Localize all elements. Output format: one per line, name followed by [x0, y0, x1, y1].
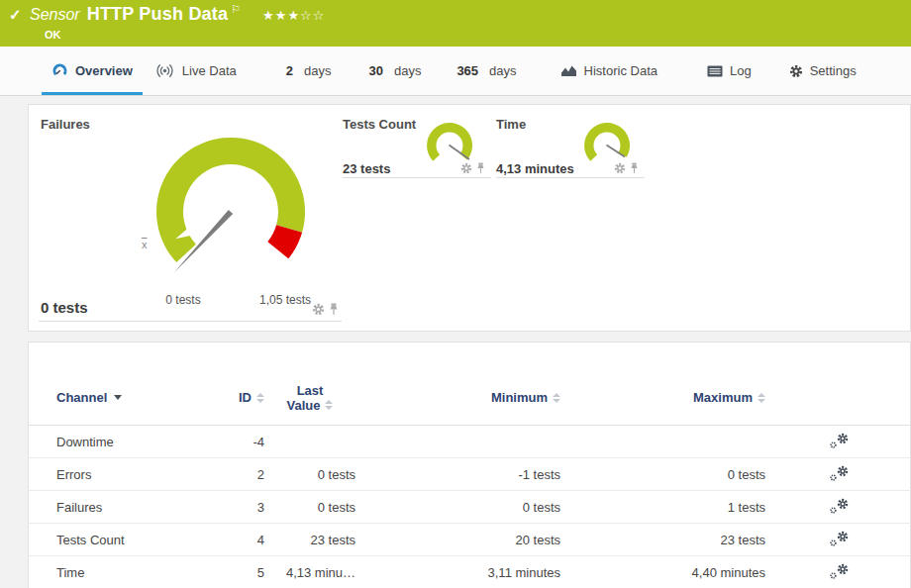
cell-id: 4: [207, 533, 264, 547]
object-kind-label: Sensor: [30, 6, 80, 24]
cell-channel: Errors: [29, 467, 207, 482]
table-row-time[interactable]: Time 5 4,13 minu… 3,11 minutes 4,40 minu…: [29, 556, 911, 588]
table-row-failures[interactable]: Failures 3 0 tests 0 tests 1 tests: [29, 491, 911, 524]
status-ok-check-icon: ✓: [9, 6, 22, 24]
tests-count-block-divider: [343, 177, 491, 178]
table-row-downtime[interactable]: Downtime -4: [29, 426, 911, 458]
table-row-tests-count[interactable]: Tests Count 4 23 tests 20 tests 23 tests: [29, 524, 911, 556]
sensor-status-badge: OK: [45, 29, 61, 41]
tab-bar: Overview Live Data 2 days 30 days 365 da…: [0, 47, 911, 96]
gear-icon: [789, 64, 803, 78]
cell-maximum: 4,40 minutes: [560, 565, 765, 580]
channel-settings-gears-icon[interactable]: [830, 498, 849, 514]
tab-365-days[interactable]: 365 days: [447, 47, 526, 95]
tab-2-days[interactable]: 2 days: [276, 47, 342, 95]
gauge-icon: [51, 62, 68, 79]
active-tab-underline: [42, 92, 143, 95]
gear-icon[interactable]: [312, 303, 325, 316]
time-gauge-actions: [614, 162, 639, 174]
channels-table: Channel ID Last Value Minimum Maximum Do…: [29, 370, 911, 588]
failures-current-value: 0 tests: [41, 299, 88, 316]
cell-minimum: 0 tests: [355, 500, 560, 515]
channel-settings-gears-icon[interactable]: [830, 563, 849, 579]
average-marker-label: x: [142, 239, 148, 250]
column-header-id-label: ID: [239, 390, 252, 405]
column-header-minimum[interactable]: Minimum: [355, 390, 560, 405]
gauges-panel: Failures x 0 tests 1,05 tests 0 tests Te…: [28, 104, 911, 332]
tab-30-days-number: 30: [368, 63, 382, 78]
column-header-last-value[interactable]: Last Value: [264, 383, 355, 413]
tab-365-days-unit: days: [489, 63, 516, 78]
tab-log-label: Log: [730, 63, 752, 78]
time-gauge-label: Time: [496, 117, 526, 132]
sort-icon: [256, 393, 264, 403]
channels-table-header: Channel ID Last Value Minimum Maximum: [29, 370, 911, 426]
tab-live-data[interactable]: Live Data: [145, 47, 247, 95]
sensor-status-header: ✓ Sensor HTTP Push Data ⚐ ★★★☆☆ OK: [0, 0, 911, 47]
tab-historic-data[interactable]: Historic Data: [551, 47, 667, 95]
tab-settings-label: Settings: [810, 63, 857, 78]
gear-icon: [837, 498, 849, 510]
gear-icon: [837, 433, 849, 444]
column-header-maximum[interactable]: Maximum: [560, 390, 765, 405]
cell-channel: Downtime: [29, 435, 207, 449]
tab-log[interactable]: Log: [697, 47, 761, 95]
gear-icon: [830, 441, 837, 448]
pin-icon[interactable]: [630, 162, 639, 174]
sort-icon: [325, 400, 333, 410]
table-row-errors[interactable]: Errors 2 0 tests -1 tests 0 tests: [29, 458, 911, 491]
failures-scale-max: 1,05 tests: [259, 293, 311, 307]
priority-stars[interactable]: ★★★☆☆: [262, 8, 325, 23]
channel-settings-gears-icon[interactable]: [830, 531, 849, 546]
channel-settings-gears-icon[interactable]: [830, 433, 849, 448]
failures-gauge-label: Failures: [41, 117, 90, 132]
time-block-divider: [496, 177, 645, 178]
tab-overview[interactable]: Overview: [42, 47, 143, 95]
cell-id: 2: [207, 467, 264, 482]
sort-icon: [553, 393, 560, 403]
cell-minimum: 3,11 minutes: [355, 565, 560, 580]
gear-icon[interactable]: [614, 162, 626, 174]
cell-last-value: 0 tests: [264, 467, 355, 482]
gear-icon: [830, 572, 837, 579]
gear-icon: [830, 507, 837, 514]
area-chart-icon: [560, 64, 577, 77]
channels-panel: Channel ID Last Value Minimum Maximum Do…: [28, 342, 911, 588]
cell-minimum: -1 tests: [355, 467, 560, 482]
channel-settings-gears-icon[interactable]: [830, 465, 849, 481]
cell-last-value: 23 tests: [264, 533, 355, 547]
sensor-title: HTTP Push Data: [87, 4, 229, 25]
cell-maximum: 0 tests: [560, 467, 765, 482]
gear-icon: [830, 539, 837, 546]
cell-last-value: 4,13 minu…: [264, 565, 355, 580]
tab-30-days-unit: days: [394, 63, 421, 78]
tab-365-days-number: 365: [456, 63, 478, 78]
pin-icon[interactable]: [329, 303, 339, 316]
pin-icon[interactable]: [476, 162, 485, 174]
tests-count-gauge-label: Tests Count: [343, 117, 416, 132]
favorite-flag-icon[interactable]: ⚐: [231, 3, 241, 16]
column-header-maximum-label: Maximum: [693, 390, 753, 405]
cell-id: 3: [207, 500, 264, 515]
stars-empty[interactable]: ☆☆: [300, 8, 325, 23]
time-current-value: 4,13 minutes: [496, 161, 574, 176]
tab-historic-data-label: Historic Data: [584, 63, 658, 78]
column-header-id[interactable]: ID: [207, 390, 264, 405]
cell-maximum: 23 tests: [560, 533, 765, 547]
failures-block-divider: [39, 321, 342, 322]
gear-icon: [830, 474, 837, 481]
column-header-channel[interactable]: Channel: [29, 390, 207, 405]
sort-desc-icon: [114, 395, 122, 400]
tab-30-days[interactable]: 30 days: [358, 47, 431, 95]
log-list-icon: [707, 65, 723, 77]
failures-gauge: [132, 113, 330, 311]
gear-icon[interactable]: [460, 162, 472, 174]
stars-filled[interactable]: ★★★: [262, 8, 300, 23]
tab-overview-label: Overview: [75, 63, 133, 78]
column-header-channel-label: Channel: [56, 390, 107, 405]
column-header-minimum-label: Minimum: [491, 390, 548, 405]
cell-minimum: 20 tests: [355, 533, 560, 547]
cell-id: 5: [207, 565, 264, 580]
tab-settings[interactable]: Settings: [779, 47, 866, 95]
tests-count-current-value: 23 tests: [343, 161, 390, 176]
